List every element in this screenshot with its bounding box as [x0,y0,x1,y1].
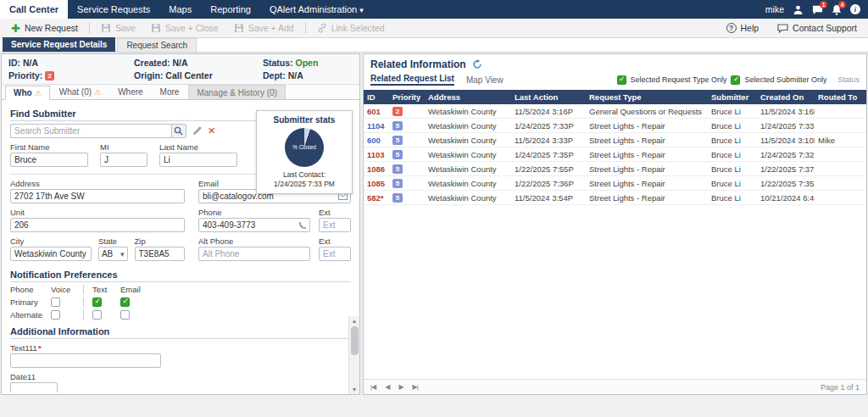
main-tab-bar: Service Request Details Request Search [0,38,868,53]
primary-voice-checkbox[interactable] [51,297,60,307]
alternate-voice-checkbox[interactable] [51,310,60,320]
request-id-cell[interactable]: 600 [364,133,389,147]
search-icon[interactable] [171,124,186,138]
next-page-icon[interactable]: ▶ [398,383,403,391]
save-add-button[interactable]: Save + Add [227,20,301,36]
clear-submitter-icon[interactable]: ✕ [208,125,215,136]
related-information-title: Related Information [370,58,466,70]
nav-tab-maps[interactable]: Maps [159,0,201,19]
primary-text-checkbox[interactable] [92,297,102,307]
status-filter-label: Status [837,75,860,84]
request-type-cell: Street Lights - Repair [586,119,708,133]
table-row[interactable]: 1085 5 Wetaskiwin County 1/22/2025 7:36P… [364,176,866,191]
text111-field[interactable] [10,353,161,368]
zip-field[interactable] [135,247,186,261]
previous-page-icon[interactable]: ◀ [385,383,389,391]
nav-tab-qalert-administration[interactable]: QAlert Administration▾ [260,0,373,19]
new-request-button[interactable]: ✚ New Request [4,20,85,36]
tab-service-request-details[interactable]: Service Request Details [3,37,115,52]
alt-phone-field[interactable] [198,247,310,261]
unit-field[interactable] [10,218,185,232]
help-button[interactable]: ? Help [720,20,766,36]
refresh-icon[interactable] [472,59,482,70]
contact-support-button[interactable]: Contact Support [771,20,864,36]
table-row[interactable]: 601 2 Wetaskiwin County 11/5/2024 3:16P … [364,104,866,119]
alternate-email-checkbox[interactable] [120,310,130,320]
selected-submitter-only-checkbox[interactable] [731,75,740,85]
dept-value: N/A [288,70,303,81]
last-page-icon[interactable]: ▶| [413,383,418,391]
mi-field[interactable] [100,153,147,167]
col-created-on[interactable]: Created On [757,90,815,104]
tab-map-view[interactable]: Map View [466,75,504,85]
chat-badge: 1 [820,1,827,8]
request-id-cell[interactable]: 601 [364,104,389,119]
last-name-field[interactable] [159,153,237,167]
scrollbar-thumb[interactable] [351,326,359,355]
save-icon [101,23,111,33]
phone-ext-field[interactable] [319,218,351,232]
closed-percentage-donut: % Closed [285,128,324,167]
alt-phone-ext-field[interactable] [319,247,351,261]
save-button[interactable]: Save [94,20,142,36]
address-cell: Wetaskiwin County [425,104,511,119]
col-priority[interactable]: Priority [389,90,425,104]
col-submitter[interactable]: Submitter [708,90,757,104]
first-page-icon[interactable]: |◀ [370,383,376,391]
tab-what[interactable]: What (0)⚠ [52,85,108,99]
phone-field[interactable] [198,218,310,232]
routed-to-cell [815,147,866,162]
bell-icon[interactable]: 4 [832,4,842,15]
table-row[interactable]: 1104 5 Wetaskiwin County 1/24/2025 7:33P… [364,119,866,133]
edit-icon[interactable] [192,126,202,136]
tab-more[interactable]: More [153,85,187,99]
related-information-panel: Related Information Related Request List… [363,53,867,395]
left-panel-scrollbar[interactable]: ▲ ▼ [348,316,359,394]
state-label: State [98,236,128,246]
first-name-field[interactable] [10,153,88,167]
info-icon[interactable]: i [850,4,860,14]
primary-email-checkbox[interactable] [120,297,130,307]
date11-field[interactable] [10,382,58,392]
nav-tab-reporting[interactable]: Reporting [201,0,260,19]
tab-request-search[interactable]: Request Search [117,38,197,52]
search-submitter-input[interactable] [10,124,171,138]
table-row[interactable]: 582* 5 Wetaskiwin County 11/5/2024 3:54P… [364,191,866,205]
link-selected-button[interactable]: Link Selected [310,20,392,36]
request-id-cell[interactable]: 582* [364,191,389,205]
alternate-text-checkbox[interactable] [92,310,102,320]
col-request-type[interactable]: Request Type [586,90,708,104]
col-email-label: Email [120,285,154,294]
col-address[interactable]: Address [425,90,511,104]
address-cell: Wetaskiwin County [425,133,511,147]
scroll-up-icon[interactable]: ▲ [352,317,358,325]
tab-where[interactable]: Where [110,85,150,99]
user-icon[interactable] [793,4,804,15]
nav-tab-call-center[interactable]: Call Center [0,0,68,19]
col-id[interactable]: ID [364,90,389,104]
city-field[interactable] [10,247,92,261]
origin-value: Call Center [165,70,212,81]
col-last-action[interactable]: Last Action [511,90,586,104]
request-id-cell[interactable]: 1086 [364,162,389,176]
table-row[interactable]: 600 5 Wetaskiwin County 11/5/2024 3:33P … [364,133,866,147]
chevron-down-icon: ▾ [359,6,364,14]
request-id-cell[interactable]: 1085 [364,176,389,191]
table-row[interactable]: 1086 5 Wetaskiwin County 1/22/2025 7:55P… [364,162,866,176]
address-field[interactable] [10,189,185,203]
request-id-cell[interactable]: 1104 [364,119,389,133]
tab-who[interactable]: Who⚠ [5,86,50,100]
nav-tab-service-requests[interactable]: Service Requests [68,0,159,19]
chat-icon[interactable]: 1 [812,4,823,15]
col-routed-to[interactable]: Routed To [815,90,866,104]
state-select[interactable]: AB▾ [98,247,128,261]
table-row[interactable]: 1103 5 Wetaskiwin County 1/24/2025 7:35P… [364,147,866,162]
last-contact-label: Last Contact: [260,170,348,180]
tab-manage-history[interactable]: Manage & History (0) [188,85,285,99]
save-close-button[interactable]: Save + Close [144,20,225,36]
table-pagination: |◀ ◀ ▶ ▶| Page 1 of 1 [364,379,866,394]
tab-related-request-list[interactable]: Related Request List [370,74,454,86]
selected-request-type-only-checkbox[interactable] [617,75,626,85]
request-id-cell[interactable]: 1103 [364,147,389,162]
scroll-down-icon[interactable]: ▼ [352,386,358,393]
